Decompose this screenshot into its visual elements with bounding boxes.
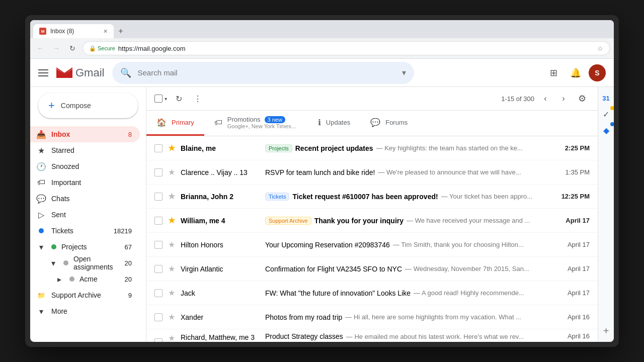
star-btn[interactable]: ★: [167, 240, 177, 249]
sidebar-item-acme[interactable]: ▸ Acme 20: [30, 271, 140, 287]
email-preview: — Hi all, here are some highlights from …: [345, 313, 521, 321]
star-btn[interactable]: ★: [167, 333, 177, 342]
sidebar-item-tickets[interactable]: Tickets 18219: [30, 223, 140, 239]
sidebar-item-chats[interactable]: 💬 Chats: [30, 191, 140, 207]
row-checkbox[interactable]: [154, 313, 163, 321]
select-all-checkbox[interactable]: [154, 95, 163, 103]
tab-promotions[interactable]: 🏷 Promotions 3 new Google+, New York Tim…: [204, 111, 308, 136]
email-row[interactable]: ★ Clarence .. Vijay .. 13 RSVP for team …: [146, 160, 598, 185]
sidebar-item-important[interactable]: 🏷 Important: [30, 174, 140, 191]
header-action-icons: ⊞ 🔔 S: [544, 64, 606, 82]
forward-btn[interactable]: →: [50, 42, 62, 54]
sidebar-item-open-assignments[interactable]: ▾ Open assignments 20: [30, 255, 140, 271]
pagination-info: 1-15 of 300 ‹ ›: [501, 92, 571, 106]
sender-name: Clarence .. Vijay .. 13: [181, 168, 261, 176]
label-tag: Support Archive: [265, 217, 311, 225]
refresh-email-btn[interactable]: ↻: [171, 91, 186, 106]
email-preview: — We're pleased to announce that we will…: [378, 168, 521, 176]
active-tab[interactable]: M Inbox (8) ✕: [33, 24, 114, 38]
refresh-btn[interactable]: ↻: [66, 42, 78, 54]
menu-hamburger-btn[interactable]: [38, 69, 48, 76]
calendar-icon[interactable]: 31: [599, 91, 613, 105]
back-btn[interactable]: ←: [34, 42, 46, 54]
row-checkbox[interactable]: [154, 144, 163, 152]
email-content: Confirmation for Flight VA2345 SFO to NY…: [265, 265, 564, 273]
email-subject: Ticket request #610007 has been approved…: [292, 193, 438, 201]
star-btn[interactable]: ★: [167, 143, 177, 153]
row-checkbox[interactable]: [154, 193, 163, 201]
star-btn[interactable]: ★: [167, 192, 177, 201]
compose-btn[interactable]: + Compose: [38, 93, 138, 118]
next-page-btn[interactable]: ›: [556, 92, 571, 106]
email-subject: Product Strategy classes: [265, 332, 343, 340]
search-dropdown-icon[interactable]: ▾: [402, 68, 406, 77]
star-btn[interactable]: ★: [167, 167, 177, 177]
row-checkbox[interactable]: [154, 289, 163, 297]
sidebar-item-sent[interactable]: ▷ Sent: [30, 207, 140, 223]
email-row[interactable]: ★ Jack FW: What "the future of innovatio…: [146, 281, 598, 305]
email-row[interactable]: ★ William, me 4 Support Archive Thank yo…: [146, 209, 598, 233]
prev-page-btn[interactable]: ‹: [538, 92, 552, 106]
tasks-icon[interactable]: ✓: [599, 107, 613, 121]
sidebar-item-starred[interactable]: ★ Starred: [30, 142, 140, 158]
email-content: Product Strategy classes — He emailed me…: [265, 332, 564, 340]
email-preview: — Tim Smith, thank you for choosing Hilt…: [393, 241, 524, 248]
tab-primary[interactable]: 🏠 Primary: [146, 111, 204, 136]
apps-grid-btn[interactable]: ⊞: [544, 64, 562, 82]
projects-expand-icon: ▾: [36, 242, 46, 252]
sidebar-item-snoozed[interactable]: 🕐 Snoozed: [30, 158, 140, 174]
notifications-btn[interactable]: 🔔: [567, 64, 585, 82]
category-tabs: 🏠 Primary 🏷 Promotions 3 new Google+, Ne…: [146, 111, 598, 136]
row-checkbox[interactable]: [154, 338, 163, 342]
new-tab-btn[interactable]: +: [114, 24, 128, 38]
settings-btn[interactable]: ⚙: [575, 91, 590, 106]
row-checkbox[interactable]: [154, 168, 163, 176]
sender-name: Jack: [181, 289, 261, 297]
tab-forums[interactable]: 💬 Forums: [360, 111, 418, 136]
star-btn[interactable]: ★: [167, 264, 177, 274]
star-btn[interactable]: ★: [167, 288, 177, 298]
open-assignments-badge: 20: [125, 259, 132, 267]
url-bar[interactable]: 🔒 Secure https://mail.google.com ☆: [83, 41, 610, 55]
email-row[interactable]: ★ Richard, Matthew, me 3 Product Strateg…: [146, 329, 598, 342]
email-content: Your Upcoming Reservation #20983746 — Ti…: [265, 241, 564, 249]
acme-label: Acme: [79, 275, 120, 283]
updates-tab-label: Updates: [326, 119, 350, 126]
email-row[interactable]: ★ Blaine, me Projects Recent project upd…: [146, 136, 598, 160]
sidebar-item-more[interactable]: ▾ More: [30, 303, 140, 319]
tickets-dot: [36, 228, 46, 233]
tab-close-btn[interactable]: ✕: [103, 28, 108, 35]
tab-title: Inbox (8): [50, 28, 74, 35]
tab-updates[interactable]: ℹ Updates: [308, 111, 360, 136]
star-btn[interactable]: ★: [167, 312, 177, 322]
support-archive-label: Support Archive: [51, 291, 123, 299]
browser-window: M Inbox (8) ✕ + ← → ↻ 🔒 Secure https://m…: [30, 20, 614, 342]
projects-badge: 67: [125, 243, 132, 251]
sidebar-item-support-archive[interactable]: 📁 Support Archive 9: [30, 287, 140, 303]
projects-color-dot: [51, 244, 56, 249]
email-content: Projects Recent project updates — Key hi…: [265, 144, 561, 152]
search-bar[interactable]: 🔍 ▾: [112, 62, 414, 84]
keep-icon[interactable]: ◆: [599, 123, 613, 137]
bookmark-btn[interactable]: ☆: [597, 45, 603, 52]
email-preview: — Your ticket has been appro...: [441, 193, 532, 200]
more-actions-btn[interactable]: ⋮: [190, 91, 205, 106]
email-row[interactable]: ★ Hilton Honors Your Upcoming Reservatio…: [146, 233, 598, 257]
select-dropdown-btn[interactable]: ▾: [165, 96, 167, 102]
add-app-btn[interactable]: +: [599, 324, 613, 338]
row-checkbox[interactable]: [154, 241, 163, 249]
row-checkbox[interactable]: [154, 217, 163, 225]
row-checkbox[interactable]: [154, 265, 163, 273]
email-list: ★ Blaine, me Projects Recent project upd…: [146, 136, 598, 342]
projects-label: Projects: [61, 243, 120, 251]
select-all-area[interactable]: ▾: [154, 95, 167, 103]
search-input[interactable]: [137, 68, 396, 77]
user-avatar[interactable]: S: [589, 64, 606, 81]
sidebar-item-inbox[interactable]: 📥 Inbox 8: [30, 126, 140, 142]
email-row[interactable]: ★ Xander Photos from my road trip — Hi a…: [146, 305, 598, 329]
star-btn[interactable]: ★: [167, 216, 177, 225]
email-row[interactable]: ★ Brianna, John 2 Tickets Ticket request…: [146, 185, 598, 209]
sidebar-item-projects[interactable]: ▾ Projects 67: [30, 239, 140, 255]
acme-color-dot: [69, 277, 74, 282]
email-row[interactable]: ★ Virgin Atlantic Confirmation for Fligh…: [146, 257, 598, 281]
